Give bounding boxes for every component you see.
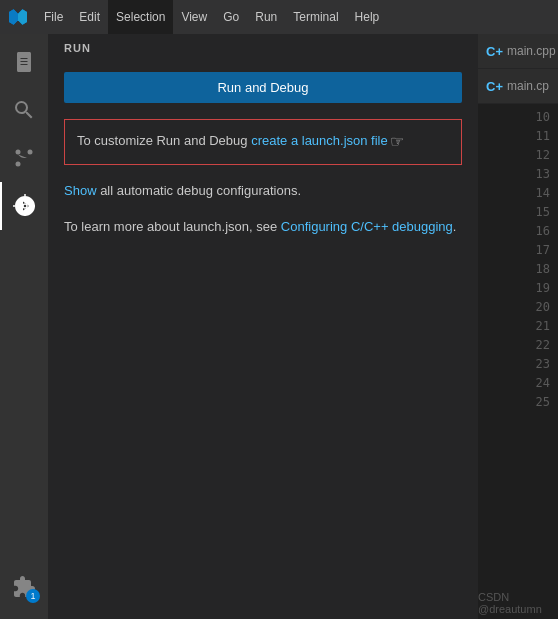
svg-point-1 [16,162,21,167]
line-18: 18 [536,260,550,279]
learn-text1: To learn more about launch.json, see [64,219,281,234]
cpp-icon-1: C+ [486,44,503,59]
menu-selection[interactable]: Selection [108,0,173,34]
activity-bar: 1 [0,34,48,619]
sidebar-header: RUN [48,34,478,62]
line-24: 24 [536,374,550,393]
info-box: To customize Run and Debug create a laun… [64,119,462,165]
line-16: 16 [536,222,550,241]
menu-edit[interactable]: Edit [71,0,108,34]
sidebar: RUN Run and Debug To customize Run and D… [48,34,478,619]
line-22: 22 [536,336,550,355]
editor-area: C+ main.cpp C+ main.cp 10 11 12 13 14 15… [478,34,558,619]
menu-go[interactable]: Go [215,0,247,34]
line-20: 20 [536,298,550,317]
tab-name-2: main.cp [507,79,549,93]
watermark: CSDN @dreautumn [478,591,550,615]
activity-extensions[interactable]: 1 [0,563,48,611]
activity-source-control[interactable] [0,134,48,182]
show-section: Show all automatic debug configurations. [64,181,462,201]
configuring-link[interactable]: Configuring C/C++ debugging [281,219,453,234]
line-19: 19 [536,279,550,298]
line-11: 11 [536,127,550,146]
menu-items: File Edit Selection View Go Run Terminal… [36,0,387,34]
svg-point-2 [28,150,33,155]
create-launch-link[interactable]: create a launch.json file [251,133,388,148]
info-text1: To customize Run and Debug [77,133,251,148]
svg-point-3 [23,204,27,208]
line-17: 17 [536,241,550,260]
menu-terminal[interactable]: Terminal [285,0,346,34]
line-12: 12 [536,146,550,165]
run-content: Run and Debug To customize Run and Debug… [48,62,478,619]
svg-point-0 [16,150,21,155]
tab-name-1: main.cpp [507,44,556,58]
show-text: all automatic debug configurations. [97,183,302,198]
menu-help[interactable]: Help [347,0,388,34]
line-25: 25 [536,393,550,412]
editor-tab-main-cpp-1[interactable]: C+ main.cpp [478,34,558,69]
cursor-indicator: ☞ [390,130,404,154]
line-10: 10 [536,108,550,127]
menu-view[interactable]: View [173,0,215,34]
cpp-icon-2: C+ [486,79,503,94]
vscode-logo [4,0,32,34]
line-13: 13 [536,165,550,184]
show-configurations-link[interactable]: Show [64,183,97,198]
line-numbers: 10 11 12 13 14 15 16 17 18 19 20 21 22 2… [478,104,558,619]
activity-run-debug[interactable] [0,182,48,230]
editor-tab-main-cpp-2[interactable]: C+ main.cp [478,69,558,104]
learn-section: To learn more about launch.json, see Con… [64,217,462,237]
line-21: 21 [536,317,550,336]
line-14: 14 [536,184,550,203]
line-15: 15 [536,203,550,222]
activity-search[interactable] [0,86,48,134]
menu-bar: File Edit Selection View Go Run Terminal… [0,0,558,34]
editor-tabs: C+ main.cpp C+ main.cp [478,34,558,104]
extensions-badge: 1 [26,589,40,603]
main-layout: 1 RUN Run and Debug To customize Run and… [0,34,558,619]
activity-explorer[interactable] [0,38,48,86]
menu-run[interactable]: Run [247,0,285,34]
line-23: 23 [536,355,550,374]
run-debug-button[interactable]: Run and Debug [64,72,462,103]
menu-file[interactable]: File [36,0,71,34]
learn-text2: . [453,219,457,234]
